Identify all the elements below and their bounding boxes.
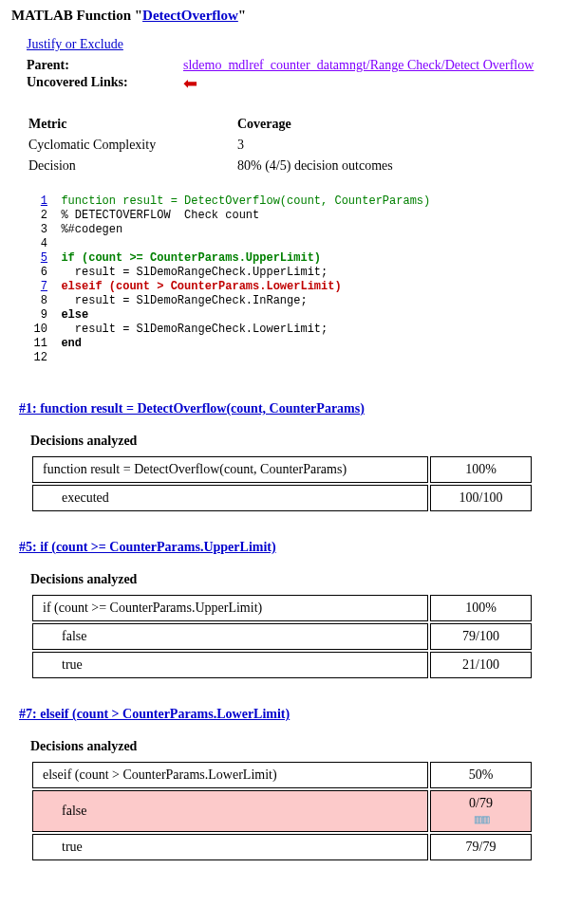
code-text: if (count >= CounterParams.UpperLimit) xyxy=(61,251,321,265)
code-line-num: 2 xyxy=(27,209,47,223)
decision-expr: if (count >= CounterParams.UpperLimit) xyxy=(32,595,428,621)
decision-outcome: true xyxy=(32,652,428,678)
code-text: result = SlDemoRangeCheck.InRange; xyxy=(61,294,307,307)
decision-outcome: false xyxy=(32,623,428,650)
uncovered-links-label: Uncovered Links: xyxy=(27,75,183,90)
code-line-num: 9 xyxy=(27,308,47,323)
decisions-analyzed-title: Decisions analyzed xyxy=(30,572,570,587)
metrics-header-coverage: Coverage xyxy=(237,115,393,134)
decision-expr: elseif (count > CounterParams.LowerLimit… xyxy=(32,762,428,788)
code-text: else xyxy=(61,308,88,322)
code-text: elseif (count > CounterParams.LowerLimit… xyxy=(61,280,341,293)
code-line-num: 11 xyxy=(27,337,47,351)
code-line-num: 4 xyxy=(27,237,47,251)
parent-label: Parent: xyxy=(27,58,183,73)
code-line-num: 12 xyxy=(27,351,47,365)
code-line-link-5[interactable]: 5 xyxy=(41,251,47,265)
code-line-link-1[interactable]: 1 xyxy=(41,194,47,208)
decision-count-text: 0/79 xyxy=(469,796,493,810)
decision-outcome-uncovered: false xyxy=(32,790,428,832)
decisions-analyzed-title: Decisions analyzed xyxy=(30,739,570,754)
metric-cyclomatic-value: 3 xyxy=(237,136,393,155)
decision-expr: function result = DetectOverflow(count, … xyxy=(32,456,428,483)
code-text: end xyxy=(61,337,82,350)
page-title: MATLAB Function "DetectOverflow" xyxy=(11,8,570,24)
title-function-link[interactable]: DetectOverflow xyxy=(142,8,238,23)
code-line-num: 8 xyxy=(27,294,47,308)
table-row: false 79/100 xyxy=(32,623,532,650)
code-text: function result = DetectOverflow(count, … xyxy=(61,194,430,208)
section-7-link[interactable]: #7: elseif (count > CounterParams.LowerL… xyxy=(19,707,290,722)
justify-exclude-link[interactable]: Justify or Exclude xyxy=(27,37,123,51)
decision-count: 79/100 xyxy=(430,623,532,650)
filter-icon[interactable]: ▥▥ xyxy=(474,814,489,824)
decision-outcome: executed xyxy=(32,485,428,511)
title-prefix: MATLAB Function " xyxy=(11,8,142,23)
table-row: function result = DetectOverflow(count, … xyxy=(32,456,532,483)
decisions-analyzed-title: Decisions analyzed xyxy=(30,434,570,449)
code-text: result = SlDemoRangeCheck.LowerLimit; xyxy=(61,323,328,336)
table-row: elseif (count > CounterParams.LowerLimit… xyxy=(32,762,532,788)
section-5-link[interactable]: #5: if (count >= CounterParams.UpperLimi… xyxy=(19,540,276,555)
decision-count: 100/100 xyxy=(430,485,532,511)
decision-pct: 100% xyxy=(430,456,532,483)
metrics-header-metric: Metric xyxy=(28,115,235,134)
section-1-link[interactable]: #1: function result = DetectOverflow(cou… xyxy=(19,401,365,416)
decisions-table-1: function result = DetectOverflow(count, … xyxy=(30,454,534,513)
table-row: if (count >= CounterParams.UpperLimit) 1… xyxy=(32,595,532,621)
table-row: true 21/100 xyxy=(32,652,532,678)
decision-pct: 100% xyxy=(430,595,532,621)
title-suffix: " xyxy=(238,8,246,23)
code-block: 1 function result = DetectOverflow(count… xyxy=(27,194,570,365)
metric-decision-label: Decision xyxy=(28,157,235,176)
code-line-num: 10 xyxy=(27,323,47,337)
table-row: true 79/79 xyxy=(32,834,532,860)
parent-link[interactable]: sldemo_mdlref_counter_datamngt/Range Che… xyxy=(183,58,534,73)
decision-count: 21/100 xyxy=(430,652,532,678)
code-line-num: 3 xyxy=(27,223,47,237)
metric-decision-value: 80% (4/5) decision outcomes xyxy=(237,157,393,176)
decision-count: 79/79 xyxy=(430,834,532,860)
decision-count-uncovered: 0/79 ▥▥ xyxy=(430,790,532,832)
code-text: % DETECTOVERFLOW Check count xyxy=(61,209,259,222)
metric-cyclomatic-label: Cyclomatic Complexity xyxy=(28,136,235,155)
decision-pct: 50% xyxy=(430,762,532,788)
code-text: result = SlDemoRangeCheck.UpperLimit; xyxy=(61,266,328,279)
arrow-left-icon[interactable]: ⬅ xyxy=(183,77,197,92)
metrics-table: Metric Coverage Cyclomatic Complexity 3 … xyxy=(27,113,395,177)
table-row: executed 100/100 xyxy=(32,485,532,511)
table-row: false 0/79 ▥▥ xyxy=(32,790,532,832)
code-line-link-7[interactable]: 7 xyxy=(41,280,47,293)
decisions-table-5: if (count >= CounterParams.UpperLimit) 1… xyxy=(30,593,534,680)
code-text: %#codegen xyxy=(61,223,122,236)
decisions-table-7: elseif (count > CounterParams.LowerLimit… xyxy=(30,760,534,862)
code-line-num: 6 xyxy=(27,266,47,280)
decision-outcome: true xyxy=(32,834,428,860)
